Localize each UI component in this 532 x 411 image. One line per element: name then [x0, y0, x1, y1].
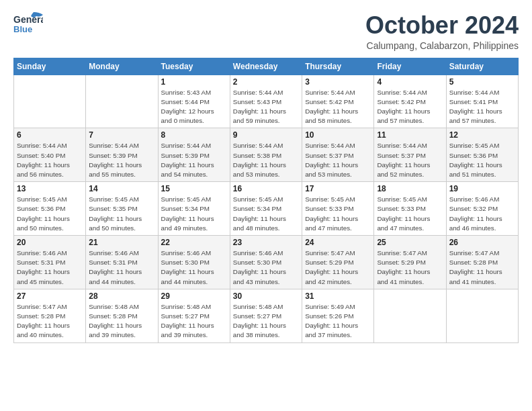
- calendar-cell: 21Sunrise: 5:46 AM Sunset: 5:31 PM Dayli…: [86, 236, 158, 289]
- day-info: Sunrise: 5:44 AM Sunset: 5:42 PM Dayligh…: [305, 88, 371, 126]
- calendar-cell: 31Sunrise: 5:49 AM Sunset: 5:26 PM Dayli…: [302, 289, 374, 342]
- calendar-cell: 9Sunrise: 5:44 AM Sunset: 5:38 PM Daylig…: [230, 128, 302, 182]
- day-number: 23: [233, 238, 299, 247]
- day-info: Sunrise: 5:48 AM Sunset: 5:28 PM Dayligh…: [89, 302, 154, 340]
- calendar-week-row: 27Sunrise: 5:47 AM Sunset: 5:28 PM Dayli…: [14, 289, 519, 342]
- day-info: Sunrise: 5:46 AM Sunset: 5:31 PM Dayligh…: [89, 248, 154, 287]
- calendar-week-row: 6Sunrise: 5:44 AM Sunset: 5:40 PM Daylig…: [14, 128, 519, 182]
- calendar-cell: 3Sunrise: 5:44 AM Sunset: 5:42 PM Daylig…: [302, 75, 374, 128]
- day-number: 12: [449, 130, 515, 140]
- day-number: 31: [305, 291, 371, 301]
- day-info: Sunrise: 5:48 AM Sunset: 5:27 PM Dayligh…: [233, 302, 299, 340]
- weekday-header-thursday: Thursday: [302, 58, 374, 75]
- logo: General Blue: [13, 12, 43, 36]
- day-info: Sunrise: 5:44 AM Sunset: 5:40 PM Dayligh…: [17, 141, 83, 179]
- day-number: 9: [233, 130, 299, 140]
- day-number: 13: [17, 184, 83, 193]
- day-info: Sunrise: 5:44 AM Sunset: 5:43 PM Dayligh…: [233, 88, 299, 126]
- calendar-cell: 27Sunrise: 5:47 AM Sunset: 5:28 PM Dayli…: [14, 289, 86, 342]
- day-number: 15: [161, 184, 227, 193]
- day-info: Sunrise: 5:46 AM Sunset: 5:31 PM Dayligh…: [17, 248, 83, 287]
- day-number: 28: [89, 291, 154, 301]
- day-number: 17: [305, 184, 371, 193]
- day-number: 11: [377, 130, 443, 140]
- day-number: 26: [449, 238, 515, 247]
- day-info: Sunrise: 5:45 AM Sunset: 5:34 PM Dayligh…: [161, 195, 227, 233]
- day-number: 4: [377, 77, 443, 87]
- day-info: Sunrise: 5:46 AM Sunset: 5:30 PM Dayligh…: [233, 248, 299, 287]
- day-number: 16: [233, 184, 299, 193]
- day-info: Sunrise: 5:49 AM Sunset: 5:26 PM Dayligh…: [305, 302, 371, 340]
- calendar-cell: 14Sunrise: 5:45 AM Sunset: 5:35 PM Dayli…: [86, 182, 158, 236]
- day-number: 20: [17, 238, 83, 247]
- day-info: Sunrise: 5:47 AM Sunset: 5:29 PM Dayligh…: [305, 248, 371, 287]
- calendar-cell: 25Sunrise: 5:47 AM Sunset: 5:29 PM Dayli…: [374, 236, 446, 289]
- weekday-header-monday: Monday: [86, 58, 158, 75]
- day-number: 18: [377, 184, 443, 193]
- weekday-header-saturday: Saturday: [446, 58, 518, 75]
- day-number: 1: [161, 77, 227, 87]
- day-number: 29: [161, 291, 227, 301]
- day-number: 22: [161, 238, 227, 247]
- day-info: Sunrise: 5:47 AM Sunset: 5:28 PM Dayligh…: [17, 302, 83, 340]
- header: General Blue October 2024 Calumpang, Cal…: [13, 12, 519, 51]
- calendar-cell: 16Sunrise: 5:45 AM Sunset: 5:34 PM Dayli…: [230, 182, 302, 236]
- day-info: Sunrise: 5:44 AM Sunset: 5:37 PM Dayligh…: [305, 141, 371, 179]
- calendar-cell: 2Sunrise: 5:44 AM Sunset: 5:43 PM Daylig…: [230, 75, 302, 128]
- calendar-cell: 5Sunrise: 5:44 AM Sunset: 5:41 PM Daylig…: [446, 75, 518, 128]
- calendar-cell: 24Sunrise: 5:47 AM Sunset: 5:29 PM Dayli…: [302, 236, 374, 289]
- weekday-header-sunday: Sunday: [14, 58, 86, 75]
- day-info: Sunrise: 5:48 AM Sunset: 5:27 PM Dayligh…: [161, 302, 227, 340]
- day-number: 6: [17, 130, 83, 140]
- page: General Blue October 2024 Calumpang, Cal…: [0, 0, 532, 350]
- calendar-cell: 28Sunrise: 5:48 AM Sunset: 5:28 PM Dayli…: [86, 289, 158, 342]
- day-number: 19: [449, 184, 515, 193]
- calendar-cell: [86, 75, 158, 128]
- day-info: Sunrise: 5:44 AM Sunset: 5:39 PM Dayligh…: [161, 141, 227, 179]
- day-info: Sunrise: 5:44 AM Sunset: 5:42 PM Dayligh…: [377, 88, 443, 126]
- weekday-header-tuesday: Tuesday: [158, 58, 230, 75]
- calendar-week-row: 20Sunrise: 5:46 AM Sunset: 5:31 PM Dayli…: [14, 236, 519, 289]
- day-number: 8: [161, 130, 227, 140]
- calendar-cell: 26Sunrise: 5:47 AM Sunset: 5:28 PM Dayli…: [446, 236, 518, 289]
- calendar-cell: [374, 289, 446, 342]
- calendar-cell: 29Sunrise: 5:48 AM Sunset: 5:27 PM Dayli…: [158, 289, 230, 342]
- day-number: 21: [89, 238, 154, 247]
- day-number: 2: [233, 77, 299, 87]
- day-info: Sunrise: 5:44 AM Sunset: 5:38 PM Dayligh…: [233, 141, 299, 179]
- day-number: 14: [89, 184, 154, 193]
- calendar-cell: 20Sunrise: 5:46 AM Sunset: 5:31 PM Dayli…: [14, 236, 86, 289]
- day-info: Sunrise: 5:45 AM Sunset: 5:33 PM Dayligh…: [305, 195, 371, 233]
- day-number: 10: [305, 130, 371, 140]
- location-title: Calumpang, Calabarzon, Philippines: [365, 40, 519, 51]
- day-info: Sunrise: 5:44 AM Sunset: 5:37 PM Dayligh…: [377, 141, 443, 179]
- calendar-cell: [14, 75, 86, 128]
- svg-text:Blue: Blue: [13, 24, 32, 34]
- title-block: October 2024 Calumpang, Calabarzon, Phil…: [365, 12, 519, 51]
- calendar-cell: [446, 289, 518, 342]
- day-info: Sunrise: 5:45 AM Sunset: 5:36 PM Dayligh…: [17, 195, 83, 233]
- day-info: Sunrise: 5:45 AM Sunset: 5:36 PM Dayligh…: [449, 141, 515, 179]
- calendar-cell: 4Sunrise: 5:44 AM Sunset: 5:42 PM Daylig…: [374, 75, 446, 128]
- calendar-body: 1Sunrise: 5:43 AM Sunset: 5:44 PM Daylig…: [14, 75, 519, 342]
- calendar-cell: 30Sunrise: 5:48 AM Sunset: 5:27 PM Dayli…: [230, 289, 302, 342]
- day-info: Sunrise: 5:45 AM Sunset: 5:34 PM Dayligh…: [233, 195, 299, 233]
- calendar-cell: 17Sunrise: 5:45 AM Sunset: 5:33 PM Dayli…: [302, 182, 374, 236]
- calendar-cell: 22Sunrise: 5:46 AM Sunset: 5:30 PM Dayli…: [158, 236, 230, 289]
- weekday-header-friday: Friday: [374, 58, 446, 75]
- day-info: Sunrise: 5:43 AM Sunset: 5:44 PM Dayligh…: [161, 88, 227, 126]
- weekday-header-wednesday: Wednesday: [230, 58, 302, 75]
- day-number: 30: [233, 291, 299, 301]
- calendar-cell: 12Sunrise: 5:45 AM Sunset: 5:36 PM Dayli…: [446, 128, 518, 182]
- day-number: 24: [305, 238, 371, 247]
- calendar-cell: 8Sunrise: 5:44 AM Sunset: 5:39 PM Daylig…: [158, 128, 230, 182]
- calendar-cell: 18Sunrise: 5:45 AM Sunset: 5:33 PM Dayli…: [374, 182, 446, 236]
- calendar-cell: 10Sunrise: 5:44 AM Sunset: 5:37 PM Dayli…: [302, 128, 374, 182]
- day-info: Sunrise: 5:46 AM Sunset: 5:30 PM Dayligh…: [161, 248, 227, 287]
- weekday-header-row: SundayMondayTuesdayWednesdayThursdayFrid…: [14, 58, 519, 75]
- logo-icon: General Blue: [13, 12, 43, 36]
- day-info: Sunrise: 5:44 AM Sunset: 5:39 PM Dayligh…: [89, 141, 154, 179]
- calendar-cell: 7Sunrise: 5:44 AM Sunset: 5:39 PM Daylig…: [86, 128, 158, 182]
- day-number: 25: [377, 238, 443, 247]
- day-number: 5: [449, 77, 515, 87]
